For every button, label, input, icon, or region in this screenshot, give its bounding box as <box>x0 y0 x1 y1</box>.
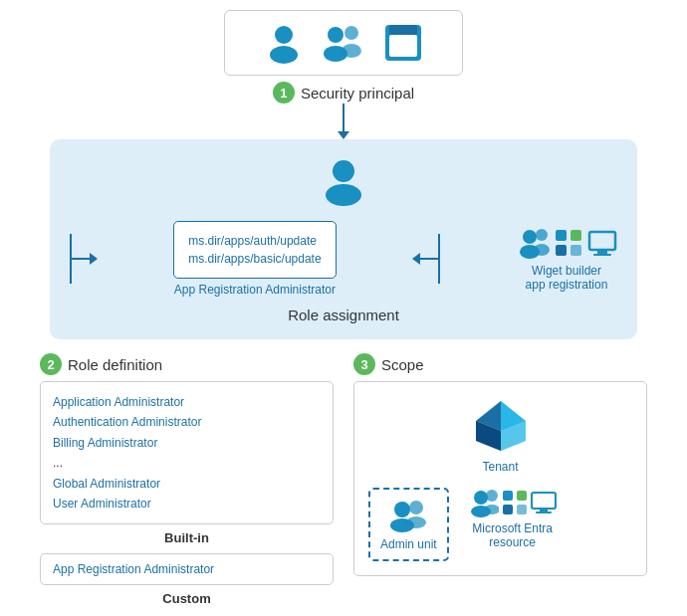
svg-point-2 <box>328 27 344 43</box>
role-assignment-label: Role assignment <box>70 307 617 323</box>
scope-number: 3 <box>353 353 375 375</box>
svg-point-0 <box>275 26 293 44</box>
wiget-area: Wiget builderapp registration <box>516 226 617 292</box>
role-def-center: ms.dir/apps/auth/update ms.dir/apps/basi… <box>173 221 336 297</box>
role-definition-header: 2 Role definition <box>40 353 334 375</box>
svg-point-27 <box>394 502 410 517</box>
svg-point-9 <box>333 160 354 182</box>
role-def-label: App Registration Administrator <box>174 283 336 297</box>
svg-point-31 <box>474 491 488 505</box>
admin-unit-label: Admin unit <box>380 537 437 551</box>
group-icon <box>318 21 369 65</box>
scope-bottom-row: Admin unit <box>368 488 632 561</box>
security-principal-box <box>224 10 463 76</box>
tenant-area: Tenant <box>368 396 632 474</box>
svg-point-11 <box>523 230 537 244</box>
role-def-line2: ms.dir/apps/basic/update <box>188 250 321 268</box>
svg-point-4 <box>344 26 358 40</box>
svg-rect-36 <box>517 491 527 501</box>
svg-point-29 <box>409 501 423 514</box>
svg-rect-38 <box>517 505 527 514</box>
security-principal-number: 1 <box>273 82 295 103</box>
custom-label: Custom <box>40 591 334 606</box>
admin-unit-box: Admin unit <box>368 488 449 561</box>
svg-rect-20 <box>597 250 607 254</box>
wiget-people-icon <box>516 226 550 260</box>
svg-rect-7 <box>389 35 417 57</box>
role-item-2: Authentication Administrator <box>53 412 321 432</box>
ra-person-area <box>70 155 617 207</box>
app-icon <box>381 21 425 65</box>
builtin-label: Built-in <box>40 530 334 545</box>
svg-rect-19 <box>589 232 615 250</box>
ra-middle-row: ms.dir/apps/auth/update ms.dir/apps/basi… <box>70 221 617 297</box>
svg-rect-37 <box>503 505 513 514</box>
arrow-down-head <box>338 131 349 139</box>
scope-title: Scope <box>381 356 424 373</box>
left-arrow-head <box>90 253 98 265</box>
wiget-grid-icon <box>554 228 583 258</box>
wiget-monitor-icon <box>587 228 617 258</box>
svg-rect-35 <box>503 491 513 501</box>
svg-point-10 <box>326 184 361 206</box>
right-h-line <box>420 258 438 260</box>
entra-monitor-icon <box>531 490 557 515</box>
svg-rect-17 <box>556 245 567 256</box>
role-def-title: Role definition <box>68 356 162 373</box>
wiget-label: Wiget builderapp registration <box>526 264 608 292</box>
custom-roles-box: App Registration Administrator <box>40 553 334 585</box>
svg-point-13 <box>536 229 548 241</box>
scope-header: 3 Scope <box>353 353 647 375</box>
svg-rect-15 <box>556 230 567 241</box>
entra-grid-icon <box>502 490 528 515</box>
svg-rect-39 <box>532 493 556 509</box>
entra-label: Microsoft Entraresource <box>472 521 553 549</box>
tenant-label: Tenant <box>482 460 518 474</box>
user-icon <box>262 21 306 65</box>
svg-point-30 <box>406 516 426 528</box>
svg-point-5 <box>342 44 361 58</box>
role-item-4: Global Administrator <box>53 474 321 494</box>
custom-role-item-1: App Registration Administrator <box>53 562 321 576</box>
left-h-line <box>72 258 90 260</box>
svg-point-14 <box>534 244 550 256</box>
role-assignment-box: ms.dir/apps/auth/update ms.dir/apps/basi… <box>50 139 637 339</box>
entra-resource-area: Microsoft Entraresource <box>469 488 557 561</box>
diagram-container: 1 Security principal <box>0 0 687 616</box>
role-definition-section: 2 Role definition Application Administra… <box>40 353 334 614</box>
right-v-line <box>438 234 440 284</box>
right-bracket <box>438 234 440 284</box>
role-def-number: 2 <box>40 353 62 375</box>
svg-rect-21 <box>593 254 611 256</box>
svg-point-33 <box>486 490 498 502</box>
svg-rect-18 <box>571 245 581 256</box>
role-item-3: Billing Administrator <box>53 433 321 453</box>
left-connector <box>70 234 98 284</box>
role-item-ellipsis: ... <box>53 453 321 473</box>
bottom-row: 2 Role definition Application Administra… <box>40 353 647 614</box>
entra-icons-row <box>469 488 557 517</box>
svg-rect-16 <box>571 230 581 241</box>
role-def-box: ms.dir/apps/auth/update ms.dir/apps/basi… <box>173 221 336 279</box>
role-item-1: Application Administrator <box>53 392 321 412</box>
svg-rect-8 <box>389 25 417 35</box>
role-item-5: User Administrator <box>53 494 321 513</box>
tenant-icon <box>471 396 531 456</box>
scope-inner-box: Tenant Admin unit <box>353 381 647 576</box>
svg-rect-40 <box>540 509 548 512</box>
role-def-line1: ms.dir/apps/auth/update <box>188 232 321 250</box>
right-connector <box>412 234 440 284</box>
svg-point-1 <box>270 46 298 64</box>
scope-section: 3 Scope Tenant <box>353 353 647 614</box>
builtin-roles-box: Application Administrator Authentication… <box>40 381 334 524</box>
security-principal-label: 1 Security principal <box>273 82 414 103</box>
entra-people-icon <box>469 488 499 517</box>
arrow-down-line <box>343 103 344 131</box>
right-arrow-head <box>412 253 420 265</box>
wiget-icons-row <box>516 226 617 260</box>
ra-person-icon <box>318 155 369 207</box>
svg-rect-41 <box>536 512 552 513</box>
admin-unit-icon <box>386 498 430 533</box>
security-principal-title: Security principal <box>301 85 414 102</box>
security-principal-section: 1 Security principal <box>20 10 667 139</box>
